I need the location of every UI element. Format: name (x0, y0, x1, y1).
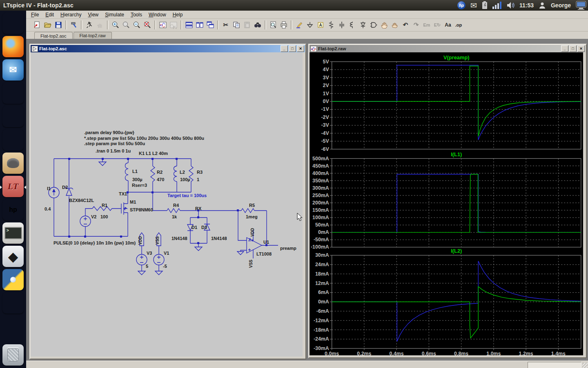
y-tick-label: 4V (323, 67, 330, 72)
toolbar-capacitor-button[interactable] (337, 20, 347, 30)
y-tick-label: 50mA (315, 222, 329, 228)
toolbar-undo-button[interactable]: ↶ (401, 20, 410, 30)
status-cell (528, 362, 581, 368)
display-icon[interactable] (576, 1, 586, 10)
schematic-label: 1meg (246, 214, 258, 219)
hp-icon[interactable]: hp (457, 1, 466, 9)
toolbar-separator (154, 20, 156, 29)
toolbar-move-button[interactable] (379, 20, 389, 30)
toolbar-zoom-out-button[interactable] (132, 20, 142, 30)
close-button[interactable]: ✕ (577, 45, 585, 52)
toolbar-run-button[interactable] (85, 20, 94, 30)
plot-title: I(L1) (451, 151, 462, 157)
toolbar-resistor-button[interactable] (326, 20, 336, 30)
clock[interactable]: 11:53 (519, 2, 534, 9)
toolbar-copy-button[interactable] (232, 20, 241, 30)
menu-window[interactable]: Window (145, 11, 169, 18)
y-tick-label: 2V (323, 83, 330, 88)
y-tick-label: -3V (321, 122, 329, 128)
toolbar-diode-button[interactable] (358, 20, 368, 30)
toolbar-find-button[interactable] (253, 20, 263, 30)
toolbar-save-button[interactable] (53, 20, 63, 30)
waveform-plots[interactable]: V(preamp)5V4V3V2V1V0V-1V-2V-3V-4V-5V-6VI… (310, 52, 583, 355)
toolbar-inductor-button[interactable] (347, 20, 357, 30)
toolbar-control-panel-button[interactable] (69, 20, 79, 30)
menu-bar: FileEditHierarchyViewSimulateToolsWindow… (26, 11, 588, 19)
toolbar-separator (265, 20, 266, 29)
launcher-ltspice[interactable]: LT (2, 176, 24, 197)
waveform-titlebar[interactable]: Flat-top2.raw _ □ ✕ (310, 45, 586, 52)
screen: LTspice IV - Flat-top2.asc hp ✉ 11:53 Ge… (0, 0, 588, 368)
toolbar-wire-button[interactable] (294, 20, 304, 30)
schematic-label: V2 (91, 214, 96, 219)
menu-file[interactable]: File (28, 11, 42, 18)
volume-icon[interactable] (506, 2, 514, 9)
user-name[interactable]: George (551, 2, 571, 9)
toolbar-tile-vertical-button[interactable] (184, 20, 194, 30)
toolbar-print-button[interactable] (279, 20, 289, 30)
menu-simulate[interactable]: Simulate (102, 11, 127, 18)
toolbar-ground-button[interactable] (305, 20, 315, 30)
toolbar-component-button[interactable] (369, 20, 379, 30)
minimize-button[interactable]: _ (561, 45, 568, 52)
launcher-thunderbird[interactable]: ✉ (2, 59, 24, 81)
toolbar-cascade-button[interactable] (205, 20, 215, 30)
launcher-workspace-switcher[interactable] (2, 292, 24, 314)
y-tick-label: 250mA (312, 193, 329, 198)
minimize-button[interactable]: _ (281, 45, 288, 52)
y-tick-label: -5V (321, 138, 329, 144)
battery-icon[interactable] (482, 1, 488, 9)
tab-flat-top2.raw[interactable]: Flat-top2.raw (74, 32, 112, 39)
close-button[interactable]: ✕ (297, 45, 304, 52)
launcher-libreoffice-calc[interactable] (2, 129, 24, 150)
toolbar-tile-horizontal-button[interactable] (195, 20, 205, 30)
toolbar-new-schematic-button[interactable] (32, 20, 42, 30)
schematic-label: 100µ (180, 177, 190, 182)
toolbar-zoom-extents-button[interactable] (143, 20, 152, 30)
toolbar-zoom-back-button[interactable] (121, 20, 131, 30)
y-tick-label: 1V (323, 91, 330, 96)
toolbar-paste-button (242, 20, 252, 30)
schematic-canvas[interactable]: .param delay 900u-{pw}*.step param pw li… (31, 52, 303, 357)
toolbar-cut-button[interactable]: ✂ (221, 20, 231, 30)
toolbar-net-label-button[interactable]: A (316, 20, 325, 30)
x-tick-label: 0.4ms (390, 351, 404, 355)
toolbar-separator (180, 20, 182, 29)
menu-tools[interactable]: Tools (127, 11, 145, 18)
launcher-terminal[interactable] (2, 222, 24, 244)
mail-icon[interactable]: ✉ (470, 1, 477, 10)
launcher-gimp[interactable] (2, 153, 24, 174)
toolbar-zoom-in-button[interactable] (111, 20, 120, 30)
menu-edit[interactable]: Edit (42, 11, 57, 18)
user-icon[interactable] (539, 2, 546, 9)
toolbar-drag-button[interactable] (390, 20, 400, 30)
menu-help[interactable]: Help (169, 11, 186, 18)
toolbar-separator (291, 20, 292, 29)
toolbar-text-button[interactable]: Aa (443, 20, 453, 30)
launcher-firefox[interactable] (2, 36, 24, 57)
maximize-button[interactable]: □ (289, 45, 296, 52)
waveform-window-title: Flat-top2.raw (318, 46, 560, 51)
schematic-titlebar[interactable]: Flat-top2.asc _ □ ✕ (31, 45, 305, 52)
menu-view[interactable]: View (85, 11, 102, 18)
toolbar-spice-directive-button[interactable]: .op (454, 20, 463, 30)
toolbar-plot-settings-button (169, 20, 178, 30)
menu-hierarchy[interactable]: Hierarchy (57, 11, 85, 18)
launcher-trash[interactable] (2, 344, 24, 366)
launcher-python[interactable] (2, 269, 24, 290)
network-signal-icon[interactable] (492, 2, 501, 9)
toolbar-autorange-button[interactable] (158, 20, 168, 30)
launcher-file-manager[interactable] (2, 83, 24, 104)
maximize-button[interactable]: □ (569, 45, 577, 52)
y-tick-label: 0mA (318, 299, 329, 305)
launcher-ubuntu-dash[interactable] (2, 13, 24, 34)
toolbar-print-preview-button[interactable] (268, 20, 278, 30)
resize-grip[interactable] (582, 363, 588, 368)
launcher-inkscape[interactable]: ◆ (2, 246, 24, 267)
launcher-hp-toolbox[interactable]: hp (2, 199, 24, 220)
circuit-wires[interactable] (49, 159, 278, 275)
toolbar-open-button[interactable] (43, 20, 53, 30)
x-tick-label: 1.0ms (486, 351, 501, 355)
window-title: LTspice IV - Flat-top2.asc (3, 2, 74, 9)
launcher-libreoffice-writer[interactable] (2, 106, 24, 127)
